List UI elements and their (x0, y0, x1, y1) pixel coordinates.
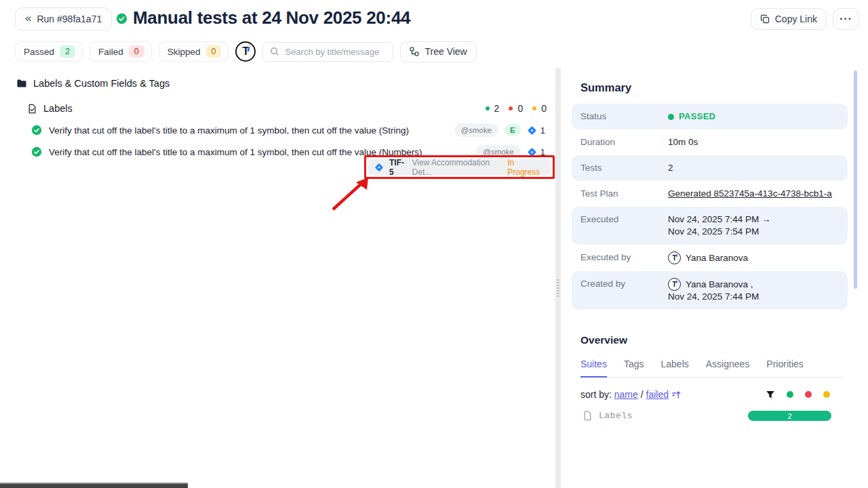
passed-dot (486, 106, 490, 110)
summary-sidebar: Summary Status PASSED Duration 10m 0s Te… (572, 68, 848, 421)
filter-passed-chip[interactable]: Passed 2 (15, 41, 83, 62)
user-avatar: T (668, 278, 681, 291)
avatar-logo-tick (248, 47, 250, 52)
suite-passed-count: 2 (494, 103, 500, 114)
more-actions-button[interactable]: ··· (833, 8, 859, 30)
test-badges: @smoke E 1 (454, 123, 545, 137)
issue-key: TIF-5 (389, 158, 407, 177)
filter-skipped-chip[interactable]: Skipped 0 (159, 41, 229, 62)
test-passed-check-icon (31, 125, 42, 136)
sort-controls: sort by: name / failed (580, 389, 839, 400)
filter-failed-chip[interactable]: Failed 0 (90, 41, 152, 62)
jira-issue-link[interactable]: 1 (527, 125, 545, 136)
tab-tags[interactable]: Tags (624, 359, 644, 377)
summary-row-executed-by: Executed by T Yana Baranova (572, 245, 848, 271)
sort-separator: / (641, 389, 644, 400)
user-avatar: T (668, 251, 681, 264)
annotation-highlight-box: TIF-5 View Accommodation Det... In Progr… (364, 155, 555, 179)
summary-row-test-plan: Test Plan Generated 8523745a-413c-4738-b… (572, 181, 848, 207)
issue-title: View Accommodation Det... (412, 158, 501, 177)
skipped-filter-dot[interactable] (823, 391, 830, 398)
status-value: PASSED (679, 110, 715, 123)
executed-by-label: Executed by (580, 251, 668, 264)
ellipsis-icon: ··· (840, 13, 852, 25)
sort-by-label: sort by: (580, 389, 612, 400)
summary-row-created-by: Created by T Yana Baranova , Nov 24, 202… (572, 271, 848, 310)
run-id-label: Run #98fa1a71 (37, 14, 102, 24)
overview-heading: Overview (580, 334, 848, 346)
test-plan-link[interactable]: Generated 8523745a-413c-4738-bcb1-a (668, 188, 832, 200)
tab-suites[interactable]: Suites (580, 359, 607, 378)
failed-dot (509, 106, 513, 110)
test-title: Verify that cut off the label's title to… (49, 125, 409, 136)
sort-ascending-icon[interactable] (671, 390, 681, 399)
test-tree: Labels & Custom Fields & Tags Labels 2 0… (0, 73, 556, 163)
copy-icon (760, 14, 770, 24)
summary-row-executed: Executed Nov 24, 2025 7:44 PM → Nov 24, … (572, 207, 848, 245)
tab-priorities[interactable]: Priorities (766, 359, 803, 377)
folder-label: Labels & Custom Fields & Tags (33, 78, 170, 89)
skipped-dot (532, 106, 536, 110)
summary-row-status: Status PASSED (572, 104, 848, 129)
failed-count-badge: 0 (129, 45, 144, 58)
copy-link-button[interactable]: Copy Link (751, 8, 827, 30)
document-icon (583, 411, 593, 421)
executed-end: Nov 24, 2025 7:54 PM (668, 226, 759, 237)
test-plan-label: Test Plan (580, 188, 668, 200)
executed-by-person: T Yana Baranova (668, 251, 748, 264)
failed-label: Failed (98, 47, 123, 57)
suite-failed-count: 0 (517, 103, 523, 114)
executed-start: Nov 24, 2025 7:44 PM → (668, 214, 771, 224)
status-label: Status (580, 110, 668, 123)
env-badge[interactable]: E (505, 124, 521, 136)
summary-heading: Summary (580, 81, 848, 94)
status-dot-icon (668, 114, 674, 120)
search-input[interactable] (285, 47, 386, 57)
duration-value: 10m 0s (668, 136, 698, 148)
suite-result-counts: 2 0 0 (486, 103, 547, 114)
back-to-run-button[interactable]: « Run #98fa1a71 (15, 7, 112, 30)
page-title: Manual tests at 24 Nov 2025 20:44 (133, 7, 410, 28)
overview-tabs: Suites Tags Labels Assignees Priorities (580, 359, 843, 378)
executed-by-name: Yana Baranova (686, 252, 748, 264)
duration-label: Duration (580, 136, 668, 148)
suite-skipped-count: 0 (541, 103, 547, 114)
suite-folder-row[interactable]: Labels & Custom Fields & Tags (0, 73, 556, 94)
user-avatar[interactable]: T (235, 41, 256, 62)
sort-by-name-link[interactable]: name (614, 389, 638, 400)
summary-row-tests: Tests 2 (572, 155, 848, 181)
sidebar-scrollbar-thumb[interactable] (854, 70, 857, 289)
overview-suite-row[interactable]: Labels 2 (583, 411, 839, 421)
test-row[interactable]: Verify that cut off the label's title to… (0, 119, 556, 141)
folder-icon (16, 78, 27, 89)
executed-label: Executed (580, 214, 668, 238)
search-box (262, 42, 393, 62)
passed-filter-dot[interactable] (787, 391, 793, 398)
tree-view-label: Tree View (425, 46, 467, 57)
skipped-count-badge: 0 (206, 45, 222, 58)
suite-file-row[interactable]: Labels 2 0 0 (0, 98, 556, 119)
copy-link-label: Copy Link (775, 14, 817, 24)
issue-status: In Progress (507, 158, 545, 177)
created-by-value: T Yana Baranova , Nov 24, 2025 7:44 PM (668, 278, 759, 303)
passed-count-badge: 2 (60, 45, 75, 58)
sort-by-failed-link[interactable]: failed (646, 389, 669, 400)
tab-assignees[interactable]: Assignees (706, 359, 750, 377)
tree-view-button[interactable]: Tree View (400, 41, 476, 62)
tests-label: Tests (580, 162, 668, 174)
run-passed-check-icon (116, 13, 127, 24)
filter-toolbar: Passed 2 Failed 0 Skipped 0 T Tree View (15, 41, 477, 62)
search-icon (270, 47, 279, 56)
panel-resize-handle[interactable] (557, 279, 559, 297)
double-chevron-left-icon: « (25, 12, 31, 25)
panel-divider (555, 68, 561, 488)
tag-smoke[interactable]: @smoke (454, 123, 499, 137)
passed-label: Passed (24, 47, 54, 57)
created-by-name: Yana Baranova , (686, 279, 753, 291)
failed-filter-dot[interactable] (805, 391, 812, 398)
jira-issue-popup[interactable]: TIF-5 View Accommodation Det... In Progr… (368, 159, 551, 175)
test-passed-check-icon (31, 146, 42, 157)
overview-suite-label: Labels (599, 411, 633, 421)
tab-labels[interactable]: Labels (661, 359, 689, 377)
filter-funnel-icon[interactable] (766, 390, 775, 399)
